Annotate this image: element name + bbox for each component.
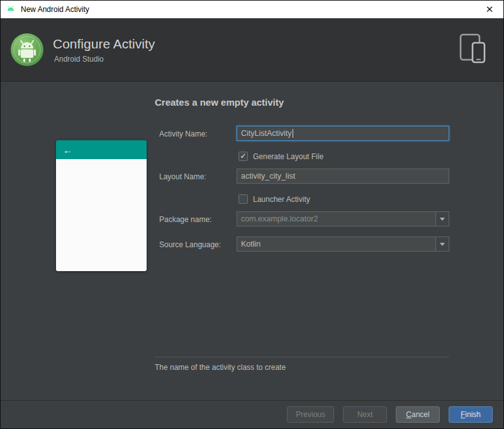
back-arrow-icon: ← [63, 145, 72, 155]
close-icon[interactable]: ✕ [482, 4, 497, 15]
generate-layout-checkbox[interactable]: ✓ [238, 152, 248, 161]
next-button[interactable]: Next [343, 406, 387, 423]
window-title: New Android Activity [21, 5, 89, 14]
finish-mnemonic: F [461, 410, 465, 419]
activity-name-value: CityListActivity [241, 129, 292, 138]
android-studio-logo [9, 32, 45, 67]
generate-layout-label[interactable]: Generate Layout File [253, 152, 323, 161]
activity-preview-thumbnail: ← [56, 140, 147, 271]
previous-button[interactable]: Previous [287, 406, 334, 423]
wizard-title: Configure Activity [53, 36, 155, 52]
launcher-activity-checkbox[interactable] [238, 194, 248, 204]
cancel-button[interactable]: Cancel [396, 406, 440, 423]
package-name-dropdown-button[interactable] [435, 212, 449, 226]
source-language-value: Kotlin [237, 237, 435, 251]
finish-label-rest: inish [465, 410, 481, 419]
wizard-header-text: Configure Activity Android Studio [53, 36, 155, 64]
chevron-down-icon [440, 243, 445, 246]
field-hint: The name of the activity class to create [155, 363, 286, 372]
layout-name-value: activity_city_list [241, 172, 295, 181]
package-name-value: com.example.locator2 [237, 212, 435, 226]
checkmark-icon: ✓ [240, 152, 246, 160]
preview-body [56, 159, 147, 271]
source-language-combobox[interactable]: Kotlin [237, 237, 449, 252]
android-icon [6, 4, 16, 15]
package-name-label: Package name: [159, 215, 211, 224]
package-name-combobox[interactable]: com.example.locator2 [237, 211, 449, 226]
cancel-label-rest: ancel [412, 410, 430, 419]
launcher-activity-label[interactable]: Launcher Activity [253, 195, 310, 204]
cancel-mnemonic: C [406, 410, 412, 419]
activity-name-label: Activity Name: [159, 130, 208, 138]
finish-button[interactable]: Finish [449, 406, 493, 423]
source-language-label: Source Language: [159, 240, 221, 249]
preview-appbar: ← [56, 140, 147, 159]
step-heading: Creates a new empty activity [155, 97, 284, 108]
layout-name-input[interactable]: activity_city_list [237, 169, 449, 184]
source-language-dropdown-button[interactable] [435, 237, 449, 251]
hint-divider [155, 357, 449, 357]
wizard-content: Creates a new empty activity ← Activity … [1, 82, 503, 400]
activity-name-input[interactable]: CityListActivity [237, 126, 449, 141]
new-android-activity-dialog: New Android Activity ✕ [0, 0, 504, 429]
chevron-down-icon [440, 218, 445, 221]
dialog-button-bar: Previous Next Cancel Finish [1, 400, 503, 428]
layout-name-label: Layout Name: [159, 172, 206, 181]
wizard-header-banner: Configure Activity Android Studio [1, 18, 503, 82]
text-caret [293, 129, 293, 138]
wizard-subtitle: Android Studio [53, 55, 155, 64]
window-titlebar: New Android Activity ✕ [1, 1, 503, 18]
phone-tablet-icon [458, 32, 488, 67]
